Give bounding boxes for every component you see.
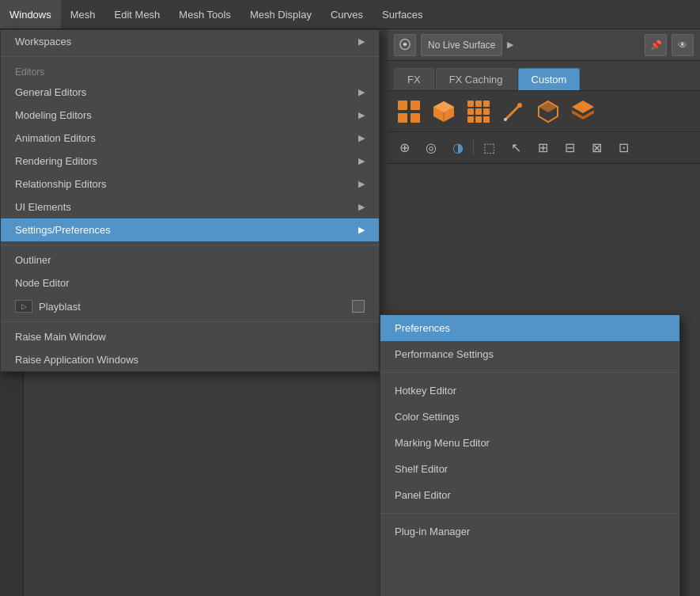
submenu-marking-menu-editor[interactable]: Marking Menu Editor [380, 430, 679, 456]
settings-preferences-arrow: ▶ [358, 225, 365, 235]
divider-2 [1, 245, 379, 245]
menu-windows[interactable]: Windows [0, 0, 61, 28]
menu-mesh-display[interactable]: Mesh Display [240, 0, 321, 28]
menu-mesh[interactable]: Mesh [61, 0, 105, 28]
submenu-color-settings[interactable]: Color Settings [380, 404, 679, 430]
divider-3 [1, 321, 379, 322]
animation-editors-arrow: ▶ [358, 133, 365, 143]
workspaces-arrow: ▶ [358, 36, 365, 47]
menu-item-ui-elements[interactable]: UI Elements ▶ [1, 196, 379, 218]
submenu-performance-settings[interactable]: Performance Settings [380, 341, 679, 367]
menu-item-workspaces[interactable]: Workspaces ▶ [1, 30, 379, 53]
menubar: Windows Mesh Edit Mesh Mesh Tools Mesh D… [0, 0, 700, 29]
windows-dropdown: Workspaces ▶ Editors General Editors ▶ M… [0, 29, 680, 372]
submenu-shelf-editor[interactable]: Shelf Editor [380, 456, 679, 482]
playblast-film-icon: ▷ [15, 300, 32, 313]
playblast-checkbox[interactable] [352, 300, 365, 313]
menu-item-raise-main-window[interactable]: Raise Main Window [1, 325, 379, 348]
menu-edit-mesh[interactable]: Edit Mesh [105, 0, 170, 28]
rendering-editors-arrow: ▶ [358, 156, 365, 166]
menu-surfaces[interactable]: Surfaces [373, 0, 432, 28]
settings-preferences-submenu: Preferences Performance Settings Hotkey … [380, 314, 680, 596]
menu-item-node-editor[interactable]: Node Editor [1, 271, 379, 294]
submenu-divider-1 [380, 372, 679, 373]
general-editors-arrow: ▶ [358, 87, 365, 97]
menu-item-modeling-editors[interactable]: Modeling Editors ▶ [1, 104, 379, 127]
submenu-preferences[interactable]: Preferences [380, 315, 679, 341]
divider-1 [1, 56, 379, 57]
menu-item-raise-application-windows[interactable]: Raise Application Windows [1, 348, 379, 371]
menu-item-general-editors[interactable]: General Editors ▶ [1, 81, 379, 104]
submenu-panel-editor[interactable]: Panel Editor [380, 482, 679, 508]
editors-section-label: Editors [1, 60, 379, 81]
submenu-hotkey-editor[interactable]: Hotkey Editor [380, 378, 679, 404]
menu-item-relationship-editors[interactable]: Relationship Editors ▶ [1, 173, 379, 196]
relationship-editors-arrow: ▶ [358, 179, 365, 189]
submenu-plugin-manager[interactable]: Plug-in Manager [380, 518, 679, 545]
primary-menu: Workspaces ▶ Editors General Editors ▶ M… [0, 29, 380, 372]
menu-item-outliner[interactable]: Outliner [1, 249, 379, 271]
menu-item-rendering-editors[interactable]: Rendering Editors ▶ [1, 150, 379, 173]
menu-mesh-tools[interactable]: Mesh Tools [169, 0, 240, 28]
menu-item-settings-preferences[interactable]: Settings/Preferences ▶ [1, 218, 379, 241]
menu-item-playblast[interactable]: ▷ Playblast [1, 294, 379, 318]
menu-curves[interactable]: Curves [321, 0, 373, 28]
menu-item-animation-editors[interactable]: Animation Editors ▶ [1, 127, 379, 150]
modeling-editors-arrow: ▶ [358, 110, 365, 120]
ui-elements-arrow: ▶ [358, 202, 365, 212]
submenu-divider-2 [380, 513, 679, 514]
